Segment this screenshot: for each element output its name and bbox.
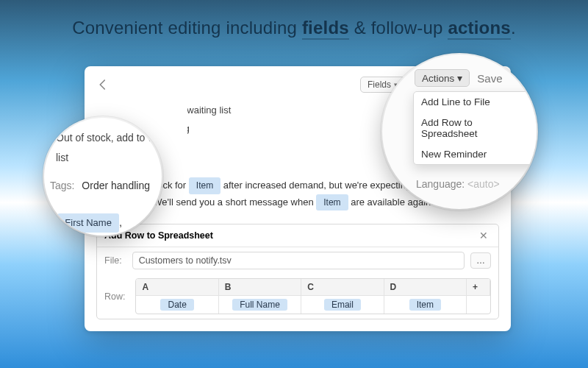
back-chevron-icon[interactable] — [96, 78, 110, 91]
mag-subject: Out of stock, add to waiting list — [44, 128, 162, 167]
mag-tags-label: Tags: — [50, 180, 74, 191]
file-label: File: — [104, 255, 122, 266]
menu-item-add-row[interactable]: Add Row to Spreadsheet — [414, 112, 537, 144]
field-token-item[interactable]: Item — [316, 194, 348, 210]
row-columns-table: A B C D + Date Full Name Email Item — [135, 278, 491, 314]
file-path-input[interactable]: Customers to notify.tsv — [132, 252, 465, 269]
language-value: <auto> — [467, 178, 500, 190]
mag-greet-post: , — [119, 216, 122, 228]
body-l2-post: . We'll send you a short message when — [148, 197, 316, 208]
menu-item-new-reminder[interactable]: New Reminder — [414, 144, 537, 164]
close-icon[interactable]: ✕ — [476, 230, 491, 241]
file-browse-button[interactable]: … — [470, 252, 491, 269]
empty-cell — [467, 296, 490, 314]
field-token-item[interactable]: Item — [409, 299, 441, 311]
action-config-box: Add Row to Spreadsheet ✕ File: Customers… — [96, 224, 499, 319]
actions-menu: Add Line to File Add Row to Spreadsheet … — [413, 91, 537, 165]
headline-pre: Convenient editing including — [72, 18, 302, 38]
row-label: Row: — [104, 291, 125, 302]
field-token-email[interactable]: Email — [324, 299, 361, 311]
field-token-item[interactable]: Item — [189, 177, 220, 194]
col-header: B — [219, 279, 301, 296]
actions-dropdown-button[interactable]: Actions ▾ — [415, 69, 470, 87]
marketing-headline: Convenient editing including fields & fo… — [0, 0, 588, 38]
language-label: Language: — [416, 178, 465, 190]
field-token-full-name[interactable]: Full Name — [232, 299, 287, 311]
action-title: Add Row to Spreadsheet — [104, 230, 476, 241]
col-header: C — [301, 279, 384, 296]
mag-tags-value: Order handling — [82, 180, 150, 191]
save-button[interactable]: Save — [477, 72, 502, 85]
add-column-button[interactable]: + — [467, 279, 490, 296]
headline-mid: & follow-up — [349, 18, 448, 38]
field-token-first-name: First Name — [57, 213, 119, 233]
magnifier-actions: Actions ▾ Save Add Line to File Add Row … — [382, 54, 537, 209]
col-header: D — [384, 279, 467, 296]
caret-down-icon: ▾ — [457, 72, 462, 84]
magnifier-fields: Out of stock, add to waiting list Tags: … — [44, 118, 162, 236]
headline-bold-fields: fields — [302, 18, 349, 40]
mag-greet-pre: Hi — [44, 216, 57, 228]
headline-post: . — [511, 18, 516, 38]
headline-bold-actions: actions — [448, 18, 510, 40]
col-header: A — [136, 279, 218, 296]
fields-dropdown-label: Fields — [368, 79, 391, 90]
field-token-date[interactable]: Date — [160, 299, 193, 311]
menu-item-add-line[interactable]: Add Line to File — [414, 92, 537, 112]
actions-dropdown-label: Actions — [422, 73, 454, 84]
